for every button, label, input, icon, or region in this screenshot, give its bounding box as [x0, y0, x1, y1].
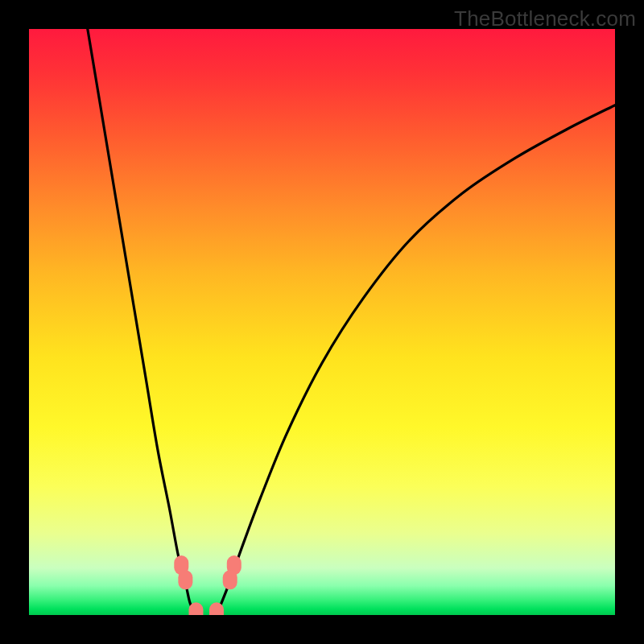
curve-right-branch: [217, 105, 615, 615]
curve-left-branch: [88, 29, 196, 615]
left-marker-lower: [178, 570, 192, 589]
right-marker-lower: [223, 570, 237, 589]
plot-area: [29, 29, 615, 615]
watermark-text: TheBottleneck.com: [454, 6, 636, 31]
chart-frame: TheBottleneck.com: [0, 0, 644, 644]
curve-layer: [29, 29, 615, 615]
